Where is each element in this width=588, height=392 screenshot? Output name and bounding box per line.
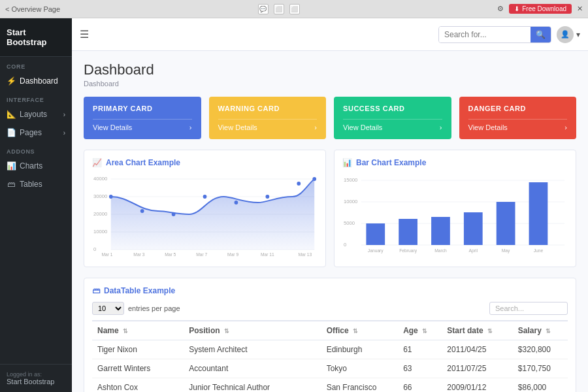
tab-box2[interactable]: ⬜ [289,4,300,14]
svg-text:30000: 30000 [93,193,108,199]
cell-salary: $86,000 [513,378,568,393]
table-row: Garrett WintersAccountantTokyo632011/07/… [92,359,568,378]
sort-icon: ⇅ [546,328,551,335]
datatable-icon: 🗃 [92,286,100,295]
svg-point-17 [312,177,316,181]
sidebar-item-tables[interactable]: 🗃 Tables [0,175,72,193]
entries-label: entries per page [128,304,180,312]
browser-bar: < Overview Page 💬 ⬜ ⬜ ⚙ ⬇ Free Download … [0,0,588,18]
sidebar-label-tables: Tables [20,180,42,189]
svg-text:Mar 9: Mar 9 [227,252,238,257]
sidebar-section-addons: ADDONS [0,142,72,157]
area-chart-box: 📈 Area Chart Example 40000 30000 20000 1… [84,150,326,267]
browser-actions: ⚙ ⬇ Free Download ✕ [497,4,583,14]
datatable-search-input[interactable] [489,302,568,315]
table-row: Ashton CoxJunior Technical AuthorSan Fra… [92,378,568,393]
svg-text:May: May [502,248,510,253]
svg-text:Mar 5: Mar 5 [165,252,176,257]
cell-office: Edinburgh [321,340,398,359]
sidebar-label-layouts: Layouts [20,110,47,119]
sidebar-item-dashboard[interactable]: ⚡ Dashboard [0,72,72,90]
svg-text:10000: 10000 [344,199,358,204]
table-header-row: Name ⇅ Position ⇅ Office ⇅ Age ⇅ Start d… [92,321,568,340]
topbar: ☰ 🔍 👤 ▾ [72,18,588,51]
settings-icon[interactable]: ⚙ [497,5,504,13]
cell-age: 66 [398,378,442,393]
datatable-box: 🗃 DataTable Example 10 25 50 100 entries… [84,278,576,392]
sidebar-toggle-button[interactable]: ☰ [80,28,89,41]
datatable-controls: 10 25 50 100 entries per page [92,302,568,315]
svg-point-11 [140,209,144,213]
col-position[interactable]: Position ⇅ [184,321,321,340]
col-age[interactable]: Age ⇅ [398,321,442,340]
card-warning-chevron: › [314,123,317,131]
download-icon: ⬇ [514,5,519,12]
sidebar-item-pages[interactable]: 📄 Pages › [0,123,72,142]
chevron-right-icon: › [63,111,65,118]
svg-text:Mar 11: Mar 11 [261,252,274,257]
table-row: Tiger NixonSystem ArchitectEdinburgh6120… [92,340,568,359]
card-primary-title: Primary Card [93,105,192,112]
cell-name: Garrett Winters [92,359,184,378]
table-body: Tiger NixonSystem ArchitectEdinburgh6120… [92,340,568,393]
card-warning-link[interactable]: View Details › [218,119,318,131]
datatable: Name ⇅ Position ⇅ Office ⇅ Age ⇅ Start d… [92,320,568,392]
svg-text:15000: 15000 [344,177,358,183]
svg-point-15 [265,195,269,199]
cell-position: System Architect [184,340,321,359]
cell-start: 2009/01/12 [442,378,513,393]
browser-back[interactable]: < Overview Page [5,5,60,13]
search-button[interactable]: 🔍 [531,27,551,42]
avatar: 👤 [557,26,574,43]
card-danger-link[interactable]: View Details › [468,119,568,131]
logged-in-label: Logged in as: [7,371,65,378]
svg-text:5000: 5000 [344,220,355,226]
card-danger[interactable]: Danger Card View Details › [459,97,577,139]
sort-icon: ⇅ [224,328,229,335]
sidebar-item-layouts[interactable]: 📐 Layouts › [0,105,72,123]
svg-text:Mar 3: Mar 3 [133,252,144,257]
browser-tabs: 💬 ⬜ ⬜ [64,4,493,14]
entries-control: 10 25 50 100 entries per page [92,302,180,315]
card-success-link[interactable]: View Details › [343,119,442,131]
cell-office: San Francisco [321,378,398,393]
card-primary-chevron: › [189,123,192,131]
sidebar-footer: Logged in as: Start Bootstrap [0,364,72,392]
sidebar-section-interface: INTERFACE [0,90,72,105]
tables-icon: 🗃 [7,180,16,189]
card-success[interactable]: Success Card View Details › [334,97,451,139]
search-input[interactable] [439,27,531,42]
card-primary[interactable]: Primary Card View Details › [84,97,201,139]
cell-age: 63 [398,359,442,378]
free-download-button[interactable]: ⬇ Free Download [509,4,572,14]
svg-text:20000: 20000 [93,211,108,217]
card-primary-link-text: View Details [93,123,132,131]
card-primary-link[interactable]: View Details › [93,119,192,131]
bar-chart-icon: 📊 [342,158,352,167]
tab-chat[interactable]: 💬 [258,4,269,14]
col-office[interactable]: Office ⇅ [321,321,398,340]
sidebar-item-charts[interactable]: 📊 Charts [0,157,72,175]
cell-start: 2011/04/25 [442,340,513,359]
sort-icon: ⇅ [123,328,128,335]
col-start[interactable]: Start date ⇅ [442,321,513,340]
entries-select[interactable]: 10 25 50 100 [92,302,124,315]
col-name[interactable]: Name ⇅ [92,321,184,340]
svg-text:40000: 40000 [93,176,108,182]
svg-point-10 [109,195,113,199]
close-icon[interactable]: ✕ [577,5,583,13]
datatable-search [489,302,568,315]
card-warning[interactable]: Warning Card View Details › [209,97,327,139]
bar-chart-title: 📊 Bar Chart Example [342,158,568,167]
svg-rect-33 [366,223,385,245]
datatable-title: 🗃 DataTable Example [92,286,568,295]
svg-rect-38 [529,182,548,245]
cell-position: Accountant [184,359,321,378]
tab-box1[interactable]: ⬜ [274,4,284,14]
user-menu[interactable]: 👤 ▾ [557,26,580,43]
sort-icon: ⇅ [353,328,358,335]
area-chart-icon: 📈 [92,158,102,167]
svg-point-12 [172,212,176,216]
col-salary[interactable]: Salary ⇅ [513,321,568,340]
svg-text:April: April [469,248,478,253]
